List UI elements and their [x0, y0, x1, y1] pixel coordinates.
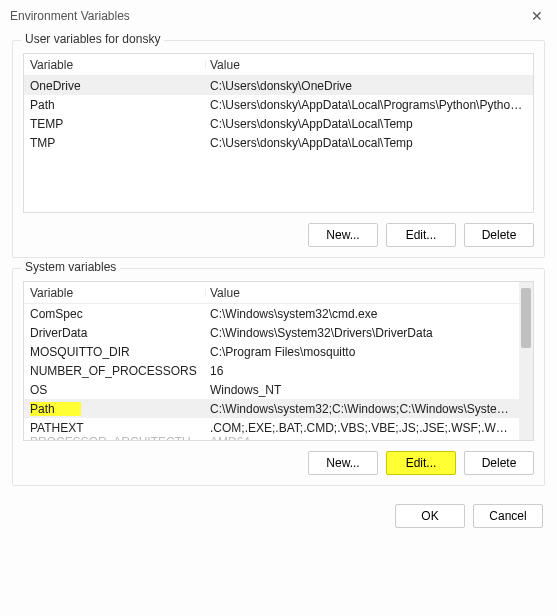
scrollbar[interactable]: [519, 282, 533, 440]
system-delete-button[interactable]: Delete: [464, 451, 534, 475]
list-item[interactable]: ComSpec C:\Windows\system32\cmd.exe: [24, 304, 519, 323]
list-item[interactable]: PATHEXT .COM;.EXE;.BAT;.CMD;.VBS;.VBE;.J…: [24, 418, 519, 437]
user-variables-list[interactable]: Variable Value OneDrive C:\Users\donsky\…: [23, 53, 534, 213]
list-item[interactable]: TMP C:\Users\donsky\AppData\Local\Temp: [24, 133, 533, 152]
user-variables-group: User variables for donsky Variable Value…: [12, 40, 545, 258]
system-legend: System variables: [21, 260, 120, 274]
list-item[interactable]: MOSQUITTO_DIR C:\Program Files\mosquitto: [24, 342, 519, 361]
system-list-header: Variable Value: [24, 282, 519, 304]
list-item-path[interactable]: Path C:\Windows\system32;C:\Windows;C:\W…: [24, 399, 519, 418]
user-legend: User variables for donsky: [21, 32, 164, 46]
user-delete-button[interactable]: Delete: [464, 223, 534, 247]
system-edit-button[interactable]: Edit...: [386, 451, 456, 475]
col-value[interactable]: Value: [210, 286, 513, 300]
highlighted-name: Path: [30, 402, 81, 416]
window-title: Environment Variables: [10, 9, 130, 23]
list-item[interactable]: TEMP C:\Users\donsky\AppData\Local\Temp: [24, 114, 533, 133]
list-item-truncated[interactable]: PROCESSOR_ARCHITECTU AMD64: [24, 437, 519, 440]
user-new-button[interactable]: New...: [308, 223, 378, 247]
close-icon[interactable]: ✕: [527, 6, 547, 26]
scrollbar-thumb[interactable]: [521, 288, 531, 348]
col-variable[interactable]: Variable: [30, 286, 210, 300]
col-variable[interactable]: Variable: [30, 58, 210, 72]
list-item[interactable]: DriverData C:\Windows\System32\Drivers\D…: [24, 323, 519, 342]
user-list-header: Variable Value: [24, 54, 533, 76]
system-variables-list[interactable]: Variable Value ComSpec C:\Windows\system…: [23, 281, 534, 441]
system-variables-group: System variables Variable Value ComSpec …: [12, 268, 545, 486]
list-item[interactable]: OneDrive C:\Users\donsky\OneDrive: [24, 76, 533, 95]
cancel-button[interactable]: Cancel: [473, 504, 543, 528]
list-item[interactable]: NUMBER_OF_PROCESSORS 16: [24, 361, 519, 380]
list-item[interactable]: OS Windows_NT: [24, 380, 519, 399]
system-new-button[interactable]: New...: [308, 451, 378, 475]
list-item[interactable]: Path C:\Users\donsky\AppData\Local\Progr…: [24, 95, 533, 114]
ok-button[interactable]: OK: [395, 504, 465, 528]
col-value[interactable]: Value: [210, 58, 527, 72]
user-edit-button[interactable]: Edit...: [386, 223, 456, 247]
